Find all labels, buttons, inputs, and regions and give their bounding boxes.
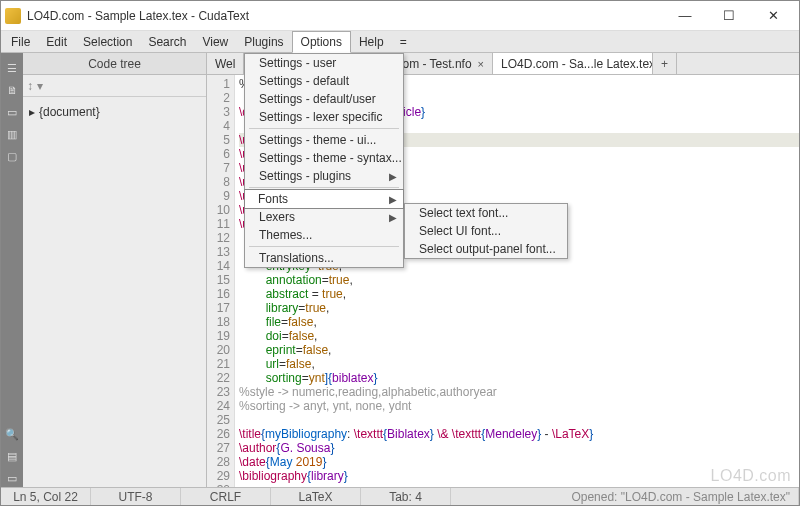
code-tree[interactable]: ▸ {document}: [23, 97, 206, 489]
workspace: ☰ 🗎 ▭ ▥ ▢ 🔍 ▤ ▭ Code tree ↕ ▾ ▸ {documen…: [1, 53, 799, 489]
options-item[interactable]: Settings - theme - ui...: [245, 131, 403, 149]
options-item[interactable]: Translations...: [245, 249, 403, 267]
rail-menu-icon[interactable]: ☰: [3, 59, 21, 77]
rail-tree-icon[interactable]: 🗎: [3, 81, 21, 99]
fonts-item[interactable]: Select text font...: [405, 204, 567, 222]
menubar: File Edit Selection Search View Plugins …: [1, 31, 799, 53]
menu-extra[interactable]: =: [392, 31, 415, 52]
menu-selection[interactable]: Selection: [75, 31, 140, 52]
options-dropdown: Settings - userSettings - defaultSetting…: [244, 53, 404, 268]
minimize-button[interactable]: —: [663, 2, 707, 30]
close-button[interactable]: ✕: [751, 2, 795, 30]
status-lexer[interactable]: LaTeX: [271, 488, 361, 505]
rail-tabs-icon[interactable]: ▥: [3, 125, 21, 143]
tab-0[interactable]: Wel: [207, 53, 244, 74]
status-tab[interactable]: Tab: 4: [361, 488, 451, 505]
tree-expand-icon[interactable]: ▸: [29, 105, 35, 119]
titlebar: LO4D.com - Sample Latex.tex - CudaText —…: [1, 1, 799, 31]
window-title: LO4D.com - Sample Latex.tex - CudaText: [27, 9, 663, 23]
app-icon: [5, 8, 21, 24]
options-item[interactable]: Fonts▶: [244, 189, 404, 209]
options-item[interactable]: Settings - theme - syntax...: [245, 149, 403, 167]
line-gutter: 1234567891011121314151617181920212223242…: [207, 75, 235, 489]
rail-console-icon[interactable]: ▤: [3, 447, 21, 465]
menu-view[interactable]: View: [194, 31, 236, 52]
options-item[interactable]: Settings - default: [245, 72, 403, 90]
menu-file[interactable]: File: [3, 31, 38, 52]
status-bar: Ln 5, Col 22 UTF-8 CRLF LaTeX Tab: 4 Ope…: [1, 487, 799, 505]
options-item[interactable]: Lexers▶: [245, 208, 403, 226]
tree-filter-icon[interactable]: ▾: [37, 79, 43, 93]
fonts-item[interactable]: Select output-panel font...: [405, 240, 567, 258]
menu-help[interactable]: Help: [351, 31, 392, 52]
options-item[interactable]: Themes...: [245, 226, 403, 244]
left-rail: ☰ 🗎 ▭ ▥ ▢ 🔍 ▤ ▭: [1, 53, 23, 489]
tree-sort-icon[interactable]: ↕: [27, 79, 33, 93]
maximize-button[interactable]: ☐: [707, 2, 751, 30]
menu-plugins[interactable]: Plugins: [236, 31, 291, 52]
tab-label: om - Test.nfo: [402, 57, 471, 71]
rail-project-icon[interactable]: ▭: [3, 103, 21, 121]
status-opened: Opened: "LO4D.com - Sample Latex.tex": [451, 488, 799, 505]
menu-options[interactable]: Options: [292, 31, 351, 53]
submenu-arrow-icon: ▶: [389, 171, 397, 182]
rail-search-icon[interactable]: 🔍: [3, 425, 21, 443]
submenu-arrow-icon: ▶: [389, 194, 397, 205]
options-item[interactable]: Settings - default/user: [245, 90, 403, 108]
tree-node-label: {document}: [39, 105, 100, 119]
options-item[interactable]: Settings - user: [245, 54, 403, 72]
tree-node-document[interactable]: ▸ {document}: [29, 105, 200, 119]
menu-search[interactable]: Search: [140, 31, 194, 52]
status-position[interactable]: Ln 5, Col 22: [1, 488, 91, 505]
status-encoding[interactable]: UTF-8: [91, 488, 181, 505]
tab-label: Wel: [215, 57, 235, 71]
tab-2[interactable]: LO4D.com - Sa...le Latex.tex×: [493, 53, 653, 74]
menu-edit[interactable]: Edit: [38, 31, 75, 52]
side-panel-title: Code tree: [23, 53, 206, 75]
tab-label: LO4D.com - Sa...le Latex.tex: [501, 57, 653, 71]
options-item[interactable]: Settings - plugins▶: [245, 167, 403, 185]
options-item[interactable]: Settings - lexer specific: [245, 108, 403, 126]
submenu-arrow-icon: ▶: [389, 212, 397, 223]
tab-1[interactable]: om - Test.nfo×: [394, 53, 493, 74]
tab-new-button[interactable]: +: [653, 53, 677, 74]
side-panel: Code tree ↕ ▾ ▸ {document}: [23, 53, 207, 489]
rail-output-icon[interactable]: ▭: [3, 469, 21, 487]
side-panel-toolbar: ↕ ▾: [23, 75, 206, 97]
tab-close-icon[interactable]: ×: [478, 58, 484, 70]
fonts-submenu: Select text font...Select UI font...Sele…: [404, 203, 568, 259]
rail-doc-icon[interactable]: ▢: [3, 147, 21, 165]
status-eol[interactable]: CRLF: [181, 488, 271, 505]
fonts-item[interactable]: Select UI font...: [405, 222, 567, 240]
